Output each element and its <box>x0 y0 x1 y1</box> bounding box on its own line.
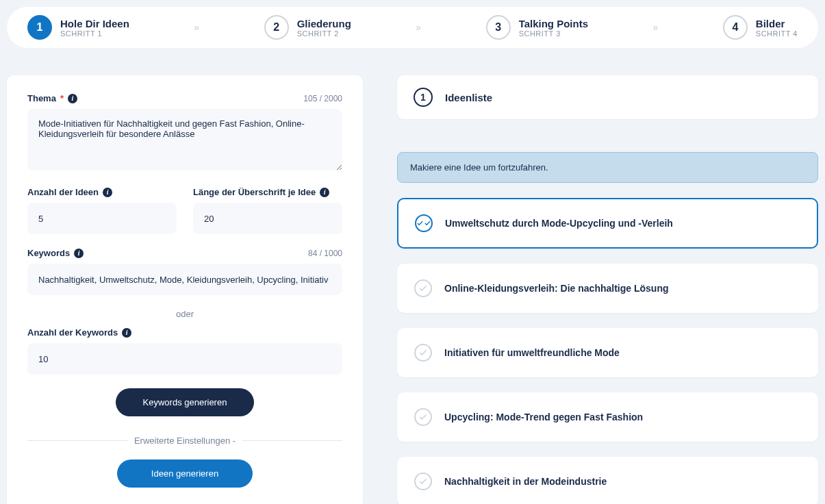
idea-item[interactable]: Initiativen für umweltfreundliche Mode <box>397 328 818 377</box>
chevron-right-icon: » <box>653 22 659 33</box>
hint-box: Makiere eine Idee um fortzufahren. <box>397 152 818 183</box>
keywords-label: Keywords i <box>27 248 84 258</box>
step-title: Talking Points <box>519 18 588 29</box>
thema-label: Thema * i <box>27 93 77 103</box>
check-icon <box>414 344 432 362</box>
step-circle: 3 <box>486 15 511 40</box>
idea-text: Initiativen für umweltfreundliche Mode <box>444 347 620 358</box>
step-4[interactable]: 4BilderSCHRITT 4 <box>723 15 798 40</box>
form-panel: Thema * i 105 / 2000 Mode-Initiativen fü… <box>7 75 363 504</box>
thema-input[interactable]: Mode-Initiativen für Nachhaltigkeit und … <box>27 109 342 171</box>
info-icon[interactable]: i <box>68 94 77 103</box>
anzahl-keywords-label: Anzahl der Keywords i <box>27 327 131 338</box>
step-subtitle: SCHRITT 3 <box>519 29 588 38</box>
step-subtitle: SCHRITT 2 <box>297 29 351 38</box>
keywords-counter: 84 / 1000 <box>308 249 342 258</box>
idea-text: Upcycling: Mode-Trend gegen Fast Fashion <box>444 412 643 423</box>
step-2[interactable]: 2GliederungSCHRITT 2 <box>264 15 351 40</box>
step-title: Bilder <box>756 18 798 29</box>
thema-counter: 105 / 2000 <box>303 94 342 103</box>
idea-item[interactable]: Upcycling: Mode-Trend gegen Fast Fashion <box>397 392 818 442</box>
keywords-input[interactable] <box>27 264 342 295</box>
advanced-settings-toggle[interactable]: Erweiterte Einstellungen - <box>27 436 342 446</box>
step-subtitle: SCHRITT 4 <box>756 29 798 38</box>
idea-text: Nachhaltigkeit in der Modeindustrie <box>444 476 607 487</box>
or-divider: oder <box>27 309 342 319</box>
step-title: Gliederung <box>297 18 351 29</box>
step-1[interactable]: 1Hole Dir IdeenSCHRITT 1 <box>27 15 129 40</box>
info-icon[interactable]: i <box>74 249 84 258</box>
ideas-header: 1 Ideenliste <box>397 75 818 119</box>
check-icon <box>414 408 432 426</box>
chevron-right-icon: » <box>194 22 199 33</box>
required-indicator: * <box>60 93 64 103</box>
check-icon <box>414 279 432 297</box>
idea-text: Online-Kleidungsverleih: Die nachhaltige… <box>444 283 668 294</box>
anzahl-ideen-input[interactable] <box>27 203 177 234</box>
step-circle: 1 <box>27 15 52 40</box>
step-title: Hole Dir Ideen <box>60 18 129 29</box>
stepper: 1Hole Dir IdeenSCHRITT 1»2GliederungSCHR… <box>7 7 818 48</box>
step-subtitle: SCHRITT 1 <box>60 29 129 38</box>
ideas-list: Umweltschutz durch Mode-Upcycling und -V… <box>397 198 818 504</box>
idea-item[interactable]: Nachhaltigkeit in der Modeindustrie <box>397 457 818 504</box>
anzahl-ideen-label: Anzahl der Ideen i <box>27 187 112 197</box>
ideas-header-number: 1 <box>414 88 433 107</box>
chevron-right-icon: » <box>416 22 421 33</box>
idea-text: Umweltschutz durch Mode-Upcycling und -V… <box>445 218 673 229</box>
info-icon[interactable]: i <box>320 188 329 197</box>
idea-item[interactable]: Umweltschutz durch Mode-Upcycling und -V… <box>397 198 818 249</box>
ideas-header-title: Ideenliste <box>445 92 492 103</box>
check-icon <box>415 214 433 232</box>
idea-item[interactable]: Online-Kleidungsverleih: Die nachhaltige… <box>397 264 818 313</box>
anzahl-keywords-input[interactable] <box>27 343 342 375</box>
info-icon[interactable]: i <box>103 188 112 197</box>
step-circle: 2 <box>264 15 289 40</box>
generate-keywords-button[interactable]: Keywords generieren <box>116 388 255 416</box>
step-circle: 4 <box>723 15 748 40</box>
laenge-input[interactable] <box>193 203 342 234</box>
info-icon[interactable]: i <box>122 328 131 338</box>
generate-ideas-button[interactable]: Ideen generieren <box>117 459 253 488</box>
step-3[interactable]: 3Talking PointsSCHRITT 3 <box>486 15 588 40</box>
ideas-panel: 1 Ideenliste Makiere eine Idee um fortzu… <box>397 75 818 504</box>
check-icon <box>414 473 432 490</box>
laenge-label: Länge der Überschrift je Idee i <box>193 187 329 197</box>
